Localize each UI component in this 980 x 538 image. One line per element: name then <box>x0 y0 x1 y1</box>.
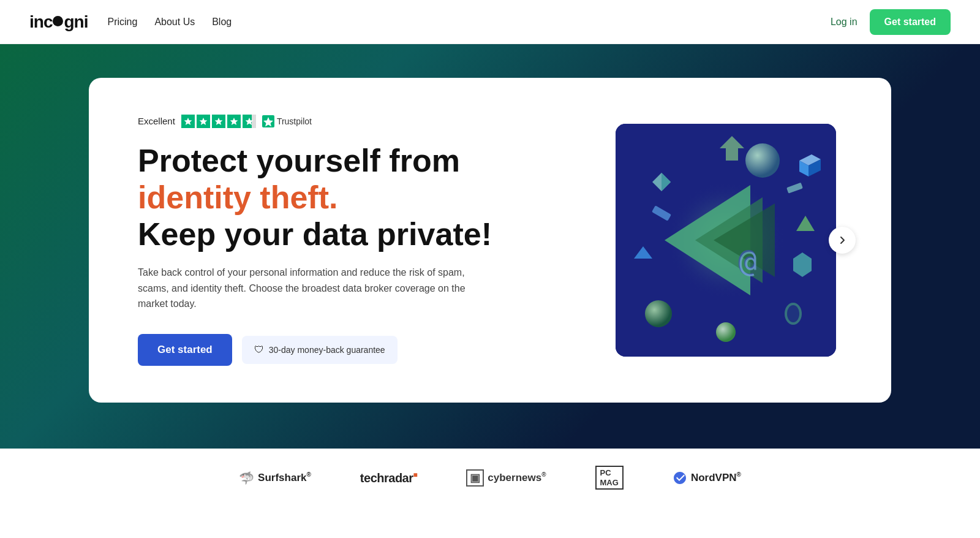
logo: inc gni <box>29 12 88 32</box>
svg-marker-0 <box>184 118 192 125</box>
hero-image-area: @ @ <box>609 124 842 357</box>
hero-content: Excellent <box>138 115 536 366</box>
chevron-right-icon <box>837 235 847 245</box>
navbar: inc gni Pricing About Us Blog Log in Get… <box>0 0 980 44</box>
hero-section: Excellent <box>0 44 980 449</box>
surfshark-label: Surfshark® <box>258 471 311 484</box>
brand-cybernews: ▣ cybernews® <box>466 469 546 487</box>
svg-marker-2 <box>214 118 222 125</box>
star-2 <box>197 115 210 128</box>
hero-subtitle: Take back control of your personal infor… <box>138 265 493 312</box>
nav-link-pricing[interactable]: Pricing <box>107 17 137 28</box>
cybernews-icon: ▣ <box>466 469 484 487</box>
svg-point-12 <box>745 143 780 178</box>
hero-illustration-box: @ @ <box>616 124 836 357</box>
brands-bar: 🦈 Surfshark® techradar■ ▣ cybernews® PCM… <box>0 449 980 507</box>
hero-title-part2: Keep your data private! <box>138 216 492 252</box>
trustpilot-label: Excellent <box>138 116 175 126</box>
hero-title: Protect yourself from identity theft. Ke… <box>138 143 536 252</box>
nav-link-about[interactable]: About Us <box>154 17 195 28</box>
brand-surfshark: 🦈 Surfshark® <box>239 471 311 485</box>
nav-left: inc gni Pricing About Us Blog <box>29 12 232 32</box>
svg-text:@: @ <box>739 244 757 279</box>
nav-get-started-button[interactable]: Get started <box>870 9 951 35</box>
nav-right: Log in Get started <box>831 9 951 35</box>
hero-title-highlight: identity theft. <box>138 180 337 215</box>
shield-icon: 🛡 <box>254 344 264 355</box>
cybernews-label: cybernews® <box>488 471 546 484</box>
surfshark-icon: 🦈 <box>239 471 254 485</box>
hero-card: Excellent <box>89 78 891 403</box>
svg-marker-1 <box>199 118 207 125</box>
star-4 <box>227 115 241 128</box>
brand-pcmag: PCMAG <box>595 466 624 490</box>
svg-point-26 <box>716 322 736 342</box>
svg-marker-3 <box>230 118 238 125</box>
techradar-label: techradar■ <box>360 471 417 485</box>
nordvpn-label: NordVPN® <box>691 471 741 484</box>
star-5-half <box>243 115 256 128</box>
nordvpn-icon <box>673 471 687 485</box>
star-3 <box>212 115 225 128</box>
nav-links: Pricing About Us Blog <box>107 17 232 28</box>
trustpilot-name: Trustpilot <box>277 116 312 126</box>
nav-link-blog[interactable]: Blog <box>212 17 232 28</box>
money-back-guarantee: 🛡 30-day money-back guarantee <box>242 336 398 364</box>
login-link[interactable]: Log in <box>831 17 858 28</box>
hero-get-started-button[interactable]: Get started <box>138 334 232 366</box>
brand-nordvpn: NordVPN® <box>673 471 741 485</box>
trustpilot-row: Excellent <box>138 115 536 128</box>
carousel-next-button[interactable] <box>829 227 856 254</box>
star-1 <box>181 115 195 128</box>
svg-point-22 <box>787 305 799 322</box>
trustpilot-stars <box>181 115 256 128</box>
hero-title-part1: Protect yourself from <box>138 143 460 178</box>
pcmag-label: PCMAG <box>595 466 624 490</box>
money-back-label: 30-day money-back guarantee <box>269 345 385 355</box>
hero-illustration-svg: @ @ <box>616 124 836 357</box>
trustpilot-icon <box>262 115 274 127</box>
svg-marker-4 <box>245 118 253 125</box>
brand-techradar: techradar■ <box>360 471 417 485</box>
hero-cta-row: Get started 🛡 30-day money-back guarante… <box>138 334 536 366</box>
trustpilot-logo: Trustpilot <box>262 115 312 127</box>
svg-point-18 <box>645 300 672 327</box>
